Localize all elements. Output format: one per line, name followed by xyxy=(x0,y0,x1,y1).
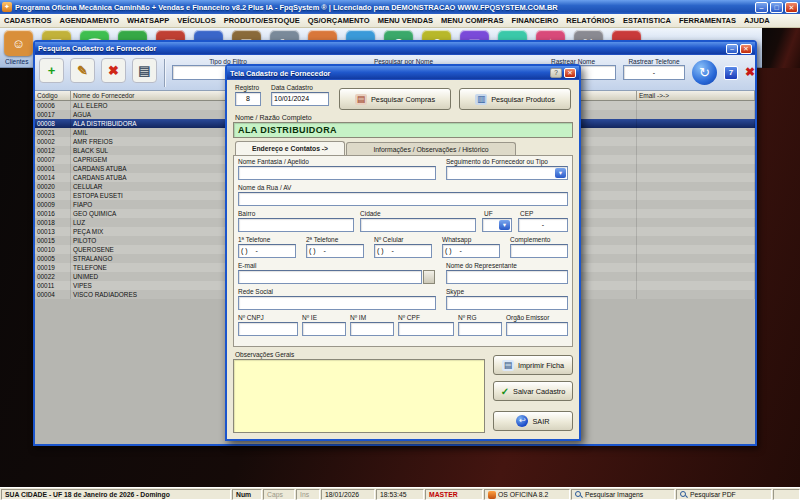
add-icon[interactable]: + xyxy=(39,58,64,83)
refresh-button[interactable]: ↻ xyxy=(692,60,717,85)
tel1-input[interactable]: ( ) - xyxy=(238,244,296,258)
print-icon[interactable]: ▤ xyxy=(132,58,157,83)
dialog-body: Registro 8 Data Cadastro 10/01/2024 ▤ Pe… xyxy=(227,80,579,439)
search-minimize-button[interactable]: – xyxy=(726,44,738,54)
cnpj-input[interactable] xyxy=(238,322,298,336)
tab-endereco-contatos[interactable]: Endereço e Contatos -> xyxy=(235,141,345,155)
maximize-button[interactable]: □ xyxy=(770,2,783,13)
uf-select[interactable]: ▼ xyxy=(482,218,512,232)
im-label: Nº IM xyxy=(350,314,366,321)
search-pdf-button[interactable]: Pesquisar PDF xyxy=(676,489,772,500)
menu-bar: CADASTROSAGENDAMENTOWHATSAPPVEÍCULOSPROD… xyxy=(0,14,800,28)
menu-item-ferramentas[interactable]: FERRAMENTAS xyxy=(675,16,740,25)
menu-item-ajuda[interactable]: AJUDA xyxy=(740,16,774,25)
search-images-button[interactable]: Pesquisar Imagens xyxy=(571,489,675,500)
search-pdf-label: Pesquisar PDF xyxy=(690,490,736,499)
record-toolbar: +✎✖▤ xyxy=(39,58,157,83)
bairro-input[interactable] xyxy=(238,218,354,232)
data-cadastro-label: Data Cadastro xyxy=(271,84,313,91)
representante-input[interactable] xyxy=(446,270,568,284)
toolbar-label-clientes: Clientes xyxy=(5,58,28,65)
ie-input[interactable] xyxy=(302,322,346,336)
nome-fantasia-input[interactable] xyxy=(238,166,436,180)
minimize-button[interactable]: – xyxy=(755,2,768,13)
menu-item-ve-culos[interactable]: VEÍCULOS xyxy=(173,16,219,25)
printer-icon: ▤ xyxy=(502,360,514,371)
close-button[interactable]: ✕ xyxy=(785,2,798,13)
chevron-down-icon[interactable]: ▼ xyxy=(499,220,510,230)
pesquisar-produtos-label: Pesquisar Produtos xyxy=(491,95,555,104)
complemento-input[interactable] xyxy=(510,244,568,258)
salvar-cadastro-button[interactable]: ✓ Salvar Cadastro xyxy=(493,381,573,401)
im-input[interactable] xyxy=(350,322,394,336)
data-cadastro-field[interactable]: 10/01/2024 xyxy=(271,92,329,106)
dialog-help-button[interactable]: ? xyxy=(550,68,562,78)
search-close-button[interactable]: ✕ xyxy=(740,44,752,54)
dialog-close-button[interactable]: ✕ xyxy=(564,68,576,78)
clear-filter-icon[interactable]: ✖ xyxy=(745,65,755,79)
edit-icon[interactable]: ✎ xyxy=(70,58,95,83)
uf-label: UF xyxy=(484,210,493,217)
clientes-icon[interactable]: ☺ xyxy=(4,30,33,56)
filter-rastrear-telefone-group: Rastrear Telefone - xyxy=(623,58,685,80)
rua-input[interactable] xyxy=(238,192,568,206)
status-num-indicator: Num xyxy=(232,489,262,500)
celular-input[interactable]: ( ) - xyxy=(374,244,432,258)
nome-fantasia-label: Nome Fantasia / Apelido xyxy=(238,158,309,165)
rede-social-input[interactable] xyxy=(238,296,436,310)
delete-icon[interactable]: ✖ xyxy=(101,58,126,83)
cpf-input[interactable] xyxy=(398,322,454,336)
search-window-titlebar[interactable]: Pesquisa Cadastro de Fornecedor – ✕ xyxy=(35,42,755,55)
email-input[interactable] xyxy=(238,270,422,284)
cep-input[interactable]: - xyxy=(518,218,568,232)
menu-item-financeiro[interactable]: FINANCEIRO xyxy=(508,16,563,25)
dialog-titlebar[interactable]: Tela Cadastro de Fornecedor ? ✕ xyxy=(227,66,579,80)
endereco-tab-panel: Nome Fantasia / Apelido Seguimento do Fo… xyxy=(233,155,573,347)
menu-item-whatsapp[interactable]: WHATSAPP xyxy=(123,16,173,25)
rastrear-telefone-input[interactable]: - xyxy=(623,65,685,80)
seguimento-select[interactable]: ▼ xyxy=(446,166,568,180)
observacoes-textarea[interactable] xyxy=(233,359,485,433)
pesquisar-compras-button[interactable]: ▤ Pesquisar Compras xyxy=(339,88,451,110)
menu-item-menu-vendas[interactable]: MENU VENDAS xyxy=(374,16,437,25)
menu-item-estatistica[interactable]: ESTATISTICA xyxy=(619,16,675,25)
nome-razao-label: Nome / Razão Completo xyxy=(235,114,312,121)
dialog-title: Tela Cadastro de Fornecedor xyxy=(230,69,548,78)
column-header-codigo[interactable]: Código xyxy=(35,91,71,100)
imprimir-ficha-button[interactable]: ▤ Imprimir Ficha xyxy=(493,355,573,375)
registro-label: Registro xyxy=(235,84,259,91)
magnifier-icon xyxy=(680,491,688,499)
tab-informacoes-observacoes[interactable]: Informações / Observações / Histórico xyxy=(346,142,516,155)
sair-button[interactable]: ↩ SAIR xyxy=(493,411,573,431)
menu-item-qs-or-amento[interactable]: QS/ORÇAMENTO xyxy=(304,16,374,25)
column-header-email[interactable]: Email ->-> xyxy=(637,91,755,100)
rg-input[interactable] xyxy=(458,322,502,336)
pesquisar-produtos-button[interactable]: ▥ Pesquisar Produtos xyxy=(459,88,571,110)
status-caps-indicator: Caps xyxy=(263,489,295,500)
menu-item-cadastros[interactable]: CADASTROS xyxy=(0,16,56,25)
check-icon: ✓ xyxy=(501,386,509,397)
status-time: 18:53:45 xyxy=(376,489,424,500)
menu-item-menu-compras[interactable]: MENU COMPRAS xyxy=(437,16,508,25)
registro-field[interactable]: 8 xyxy=(235,92,261,106)
app-window: ✦ Programa Oficina Mecânica Caminhão + V… xyxy=(0,0,800,500)
divider xyxy=(164,59,165,87)
chevron-down-icon[interactable]: ▼ xyxy=(555,168,566,178)
nome-razao-field[interactable]: ALA DISTRIBUIDORA xyxy=(233,122,573,138)
skype-label: Skype xyxy=(446,288,464,295)
email-lookup-button[interactable] xyxy=(423,270,435,284)
whatsapp-input[interactable]: ( ) - xyxy=(442,244,500,258)
skype-input[interactable] xyxy=(446,296,568,310)
cpf-label: Nº CPF xyxy=(398,314,420,321)
tel2-input[interactable]: ( ) - xyxy=(306,244,364,258)
seguimento-label: Seguimento do Fornecedor ou Tipo xyxy=(446,158,548,165)
cidade-input[interactable] xyxy=(360,218,476,232)
cnpj-label: Nº CNPJ xyxy=(238,314,264,321)
menu-item-relat-rios[interactable]: RELATÓRIOS xyxy=(562,16,619,25)
status-filler xyxy=(773,489,800,500)
menu-item-produto-estoque[interactable]: PRODUTO/ESTOQUE xyxy=(220,16,304,25)
produtos-icon: ▥ xyxy=(475,94,487,105)
menu-item-agendamento[interactable]: AGENDAMENTO xyxy=(56,16,123,25)
pesquisar-compras-label: Pesquisar Compras xyxy=(371,95,435,104)
orgao-emissor-input[interactable] xyxy=(506,322,568,336)
